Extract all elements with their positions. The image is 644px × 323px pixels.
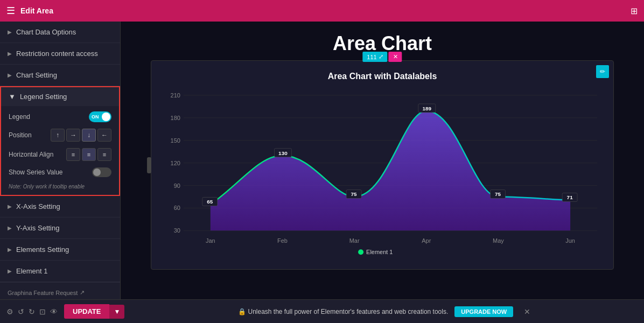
main-layout: ▶ Chart Data Options ▶ Restriction conte… bbox=[0, 22, 644, 299]
promo-close-btn[interactable]: ✕ bbox=[524, 307, 530, 316]
promo-text: 🔒 Unleash the full power of Elementor's … bbox=[238, 308, 448, 315]
element1-section: ▶ Element 1 bbox=[0, 261, 120, 282]
arrow-icon: ▶ bbox=[8, 268, 12, 274]
toggle-thumb bbox=[102, 113, 110, 121]
redo-icon[interactable]: ↻ bbox=[29, 307, 35, 316]
svg-text:Mar: Mar bbox=[349, 237, 360, 244]
feature-link-text: Graphina Feature Request bbox=[8, 290, 78, 296]
arrow-icon: ▶ bbox=[8, 72, 12, 78]
y-axis-header[interactable]: ▶ Y-Axis Setting bbox=[0, 217, 120, 238]
svg-text:Element 1: Element 1 bbox=[366, 249, 393, 255]
svg-text:Feb: Feb bbox=[277, 237, 288, 244]
arrow-open-icon: ▼ bbox=[9, 93, 16, 101]
svg-text:180: 180 bbox=[171, 115, 180, 121]
horizontal-align-row: Horizontal Align ≡ ≡ ≡ bbox=[9, 148, 111, 161]
elements-header[interactable]: ▶ Elements Setting bbox=[0, 239, 120, 260]
show-series-toggle[interactable] bbox=[92, 167, 111, 177]
svg-text:Jan: Jan bbox=[206, 237, 215, 244]
show-series-thumb bbox=[93, 168, 101, 176]
x-axis-header[interactable]: ▶ X-Axis Setting bbox=[0, 196, 120, 217]
pos-down-btn[interactable]: ↓ bbox=[82, 129, 96, 142]
arrow-icon: ▶ bbox=[8, 51, 12, 57]
legend-toggle-row: Legend ON bbox=[9, 111, 111, 122]
chart-data-options-label: Chart Data Options bbox=[16, 28, 76, 36]
svg-text:120: 120 bbox=[171, 160, 180, 166]
responsive-icon[interactable]: ⊡ bbox=[39, 307, 46, 316]
element1-header[interactable]: ▶ Element 1 bbox=[0, 261, 120, 282]
chart-container: ✏ Area Chart with Datalabels 210 180 bbox=[151, 60, 614, 270]
chart-subtitle: Area Chart with Datalabels bbox=[162, 72, 603, 81]
svg-text:189: 189 bbox=[422, 106, 431, 111]
bottom-bar: ⚙ ↺ ↻ ⊡ 👁 UPDATE ▼ 🔒 Unleash the full po… bbox=[0, 299, 644, 323]
pos-left-btn[interactable]: ← bbox=[97, 129, 111, 142]
position-buttons: ↑ → ↓ ← bbox=[51, 129, 111, 142]
size-label: 111 bbox=[367, 54, 376, 60]
undo-icon[interactable]: ↺ bbox=[18, 307, 24, 316]
horizontal-align-label: Horizontal Align bbox=[9, 151, 53, 158]
chart-size-btn[interactable]: 111 ⤢ bbox=[362, 52, 387, 62]
chart-close-btn[interactable]: ✕ bbox=[389, 52, 402, 62]
x-axis-section: ▶ X-Axis Setting bbox=[0, 196, 120, 217]
align-left-btn[interactable]: ≡ bbox=[66, 148, 80, 161]
svg-text:71: 71 bbox=[567, 194, 573, 200]
update-button[interactable]: UPDATE bbox=[64, 304, 109, 319]
align-center-btn[interactable]: ≡ bbox=[82, 148, 96, 161]
pos-up-btn[interactable]: ↑ bbox=[51, 129, 65, 142]
legend-section-header[interactable]: ▼ Legend Setting bbox=[1, 87, 119, 106]
grid-icon[interactable]: ⊞ bbox=[631, 6, 638, 16]
chart-setting-label: Chart Setting bbox=[16, 71, 57, 79]
svg-text:65: 65 bbox=[207, 199, 213, 205]
svg-text:90: 90 bbox=[174, 182, 180, 189]
arrow-icon: ▶ bbox=[8, 247, 12, 252]
svg-text:Jun: Jun bbox=[565, 237, 575, 244]
align-buttons: ≡ ≡ ≡ bbox=[66, 148, 111, 161]
pos-right-btn[interactable]: → bbox=[66, 129, 80, 142]
chart-toolbar: 111 ⤢ ✕ bbox=[362, 52, 402, 62]
settings-icon[interactable]: ⚙ bbox=[6, 307, 13, 316]
update-btn-group: UPDATE ▼ bbox=[64, 304, 124, 319]
legend-title: Legend Setting bbox=[20, 93, 67, 101]
bottom-bar-left: ⚙ ↺ ↻ ⊡ 👁 bbox=[6, 307, 58, 316]
legend-toggle[interactable]: ON bbox=[89, 111, 111, 122]
svg-text:60: 60 bbox=[174, 205, 180, 211]
y-axis-label: Y-Axis Setting bbox=[16, 224, 59, 232]
show-series-label: Show Series Value bbox=[9, 168, 63, 176]
svg-point-32 bbox=[358, 249, 363, 255]
chart-wrapper: 111 ⤢ ✕ ✏ Area Chart with Datalabels bbox=[151, 60, 614, 270]
svg-text:May: May bbox=[493, 237, 504, 244]
arrow-icon: ▶ bbox=[8, 203, 12, 209]
show-series-row: Show Series Value bbox=[9, 167, 111, 177]
content-area: Area Chart 111 ⤢ ✕ ✏ Area Chart with Dat… bbox=[121, 22, 644, 299]
feature-request-link[interactable]: Graphina Feature Request ↗ bbox=[8, 289, 113, 296]
chart-setting-section: ▶ Chart Setting bbox=[0, 65, 120, 86]
resize-icon: ⤢ bbox=[379, 53, 383, 60]
chart-setting-header[interactable]: ▶ Chart Setting bbox=[0, 65, 120, 86]
update-dropdown-btn[interactable]: ▼ bbox=[109, 305, 124, 319]
position-row: Position ↑ → ↓ ← bbox=[9, 129, 111, 142]
toggle-on-label: ON bbox=[92, 114, 99, 120]
x-axis-label: X-Axis Setting bbox=[16, 202, 60, 210]
arrow-icon: ▶ bbox=[8, 225, 12, 231]
chart-data-options-section: ▶ Chart Data Options bbox=[0, 22, 120, 43]
upgrade-button[interactable]: UPGRADE NOW bbox=[454, 306, 513, 317]
legend-label: Legend bbox=[9, 113, 30, 121]
promo-bar: 🔒 Unleash the full power of Elementor's … bbox=[131, 306, 638, 317]
restriction-header[interactable]: ▶ Restriction content access bbox=[0, 43, 120, 64]
edit-icon: ✏ bbox=[600, 68, 605, 75]
align-right-btn[interactable]: ≡ bbox=[97, 148, 111, 161]
sidebar: ▶ Chart Data Options ▶ Restriction conte… bbox=[0, 22, 121, 299]
arrow-icon: ▶ bbox=[8, 29, 12, 35]
chart-data-options-header[interactable]: ▶ Chart Data Options bbox=[0, 22, 120, 43]
legend-body: Legend ON Position ↑ → ↓ ← bbox=[1, 106, 119, 195]
chart-resize-handle[interactable] bbox=[147, 157, 151, 173]
legend-section: ▼ Legend Setting Legend ON Position ↑ bbox=[0, 86, 120, 196]
svg-text:130: 130 bbox=[278, 150, 288, 156]
svg-text:75: 75 bbox=[351, 192, 358, 198]
hamburger-icon[interactable]: ☰ bbox=[6, 5, 15, 17]
svg-text:Apr: Apr bbox=[422, 237, 431, 244]
element1-label: Element 1 bbox=[16, 267, 48, 275]
preview-icon[interactable]: 👁 bbox=[50, 307, 58, 316]
chart-svg: 210 180 150 120 90 60 30 bbox=[162, 90, 603, 256]
chart-edit-btn[interactable]: ✏ bbox=[596, 65, 609, 78]
sidebar-footer: Graphina Feature Request ↗ bbox=[0, 282, 120, 299]
